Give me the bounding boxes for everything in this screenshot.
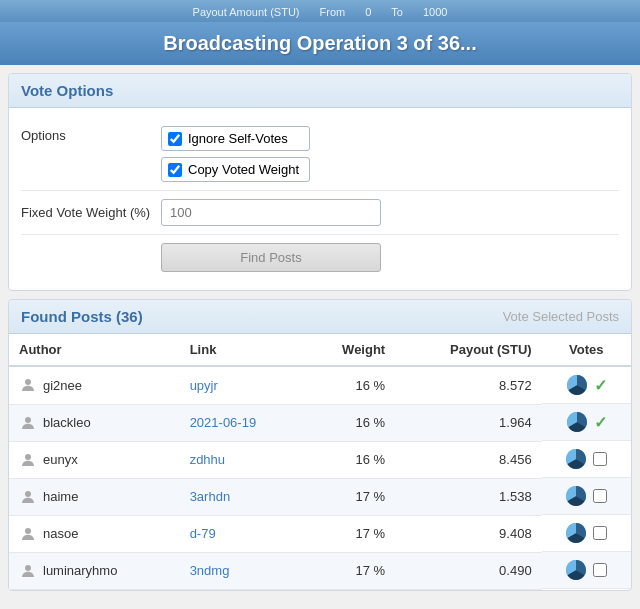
weight-cell: 16 % bbox=[304, 441, 395, 478]
copy-voted-weight-label: Copy Voted Weight bbox=[188, 162, 299, 177]
vote-options-body: Options Ignore Self-Votes Copy Voted Wei… bbox=[9, 108, 631, 290]
table-row: gi2nee upyjr16 %8.572 ✓ bbox=[9, 366, 631, 404]
top-bar: Payout Amount (STU) From 0 To 1000 bbox=[0, 0, 640, 22]
user-icon bbox=[19, 562, 37, 580]
to-label: To bbox=[391, 6, 403, 18]
author-name: nasoe bbox=[43, 526, 78, 541]
author-name: luminaryhmo bbox=[43, 563, 117, 578]
from-label: From bbox=[320, 6, 346, 18]
ignore-self-votes-label: Ignore Self-Votes bbox=[188, 131, 288, 146]
table-row: eunyx zdhhu16 %8.456 bbox=[9, 441, 631, 478]
svg-point-10 bbox=[25, 565, 31, 571]
table-row: blackleo 2021-06-1916 %1.964 ✓ bbox=[9, 404, 631, 441]
weight-cell: 17 % bbox=[304, 478, 395, 515]
vote-selected-button[interactable]: Vote Selected Posts bbox=[503, 309, 619, 324]
user-icon bbox=[19, 451, 37, 469]
table-row: luminaryhmo 3ndmg17 %0.490 bbox=[9, 552, 631, 589]
vote-options-section: Vote Options Options Ignore Self-Votes C… bbox=[8, 73, 632, 291]
votes-cell[interactable] bbox=[542, 515, 631, 552]
found-posts-section: Found Posts (36) Vote Selected Posts Aut… bbox=[8, 299, 632, 591]
link-cell[interactable]: upyjr bbox=[180, 366, 305, 404]
find-posts-row: Find Posts bbox=[21, 235, 619, 280]
link-cell[interactable]: 3arhdn bbox=[180, 478, 305, 515]
vote-checkbox[interactable] bbox=[593, 489, 607, 503]
post-link[interactable]: 3ndmg bbox=[190, 563, 230, 578]
link-cell[interactable]: 2021-06-19 bbox=[180, 404, 305, 441]
copy-voted-weight-checkbox[interactable]: Copy Voted Weight bbox=[161, 157, 310, 182]
col-votes: Votes bbox=[542, 334, 631, 366]
link-cell[interactable]: zdhhu bbox=[180, 441, 305, 478]
user-icon bbox=[19, 376, 37, 394]
col-author: Author bbox=[9, 334, 180, 366]
author-cell: eunyx bbox=[9, 441, 180, 478]
author-name: eunyx bbox=[43, 452, 78, 467]
col-link: Link bbox=[180, 334, 305, 366]
fixed-vote-weight-input[interactable] bbox=[161, 199, 381, 226]
from-value: 0 bbox=[365, 6, 371, 18]
ignore-self-votes-input[interactable] bbox=[168, 132, 182, 146]
vote-options-header: Vote Options bbox=[9, 74, 631, 108]
svg-point-2 bbox=[25, 417, 31, 423]
table-row: nasoe d-7917 %9.408 bbox=[9, 515, 631, 552]
author-name: gi2nee bbox=[43, 378, 82, 393]
payout-cell: 1.538 bbox=[395, 478, 541, 515]
checkboxes-col: Ignore Self-Votes Copy Voted Weight bbox=[161, 126, 310, 182]
weight-cell: 17 % bbox=[304, 515, 395, 552]
author-name: blackleo bbox=[43, 415, 91, 430]
voted-checkmark: ✓ bbox=[594, 376, 607, 395]
col-weight: Weight bbox=[304, 334, 395, 366]
votes-cell[interactable] bbox=[542, 552, 631, 589]
svg-point-6 bbox=[25, 491, 31, 497]
payout-cell: 0.490 bbox=[395, 552, 541, 589]
posts-table: Author Link Weight Payout (STU) Votes gi… bbox=[9, 334, 631, 590]
fixed-vote-weight-label: Fixed Vote Weight (%) bbox=[21, 205, 161, 220]
post-link[interactable]: 3arhdn bbox=[190, 489, 230, 504]
post-link[interactable]: 2021-06-19 bbox=[190, 415, 257, 430]
fixed-vote-weight-row: Fixed Vote Weight (%) bbox=[21, 191, 619, 235]
link-cell[interactable]: 3ndmg bbox=[180, 552, 305, 589]
author-cell: luminaryhmo bbox=[9, 552, 180, 589]
post-link[interactable]: upyjr bbox=[190, 378, 218, 393]
votes-cell[interactable]: ✓ bbox=[542, 367, 631, 404]
ignore-self-votes-checkbox[interactable]: Ignore Self-Votes bbox=[161, 126, 310, 151]
payout-cell: 9.408 bbox=[395, 515, 541, 552]
vote-checkbox[interactable] bbox=[593, 526, 607, 540]
options-row: Options Ignore Self-Votes Copy Voted Wei… bbox=[21, 118, 619, 191]
votes-cell[interactable] bbox=[542, 478, 631, 515]
to-value: 1000 bbox=[423, 6, 447, 18]
post-link[interactable]: d-79 bbox=[190, 526, 216, 541]
voted-checkmark: ✓ bbox=[594, 413, 607, 432]
found-posts-title: Found Posts (36) bbox=[21, 308, 143, 325]
user-icon bbox=[19, 525, 37, 543]
weight-cell: 17 % bbox=[304, 552, 395, 589]
weight-cell: 16 % bbox=[304, 366, 395, 404]
pie-chart-icon bbox=[565, 522, 587, 544]
link-cell[interactable]: d-79 bbox=[180, 515, 305, 552]
pie-chart-icon bbox=[566, 374, 588, 396]
pie-chart-icon bbox=[565, 559, 587, 581]
pie-chart-icon bbox=[566, 411, 588, 433]
pie-chart-icon bbox=[565, 485, 587, 507]
author-cell: blackleo bbox=[9, 404, 180, 441]
table-header-row: Author Link Weight Payout (STU) Votes bbox=[9, 334, 631, 366]
post-link[interactable]: zdhhu bbox=[190, 452, 225, 467]
payout-cell: 8.572 bbox=[395, 366, 541, 404]
votes-cell[interactable] bbox=[542, 441, 631, 478]
find-posts-button[interactable]: Find Posts bbox=[161, 243, 381, 272]
vote-checkbox[interactable] bbox=[593, 452, 607, 466]
votes-cell[interactable]: ✓ bbox=[542, 404, 631, 441]
broadcast-title: Broadcasting Operation 3 of 36... bbox=[0, 22, 640, 65]
author-cell: nasoe bbox=[9, 515, 180, 552]
vote-checkbox[interactable] bbox=[593, 563, 607, 577]
author-cell: gi2nee bbox=[9, 366, 180, 404]
payout-cell: 1.964 bbox=[395, 404, 541, 441]
found-posts-header: Found Posts (36) Vote Selected Posts bbox=[9, 300, 631, 334]
svg-point-8 bbox=[25, 528, 31, 534]
user-icon bbox=[19, 488, 37, 506]
payout-filter-label: Payout Amount (STU) bbox=[193, 6, 300, 18]
svg-point-0 bbox=[25, 379, 31, 385]
options-label: Options bbox=[21, 126, 161, 143]
copy-voted-weight-input[interactable] bbox=[168, 163, 182, 177]
author-name: haime bbox=[43, 489, 78, 504]
col-payout: Payout (STU) bbox=[395, 334, 541, 366]
